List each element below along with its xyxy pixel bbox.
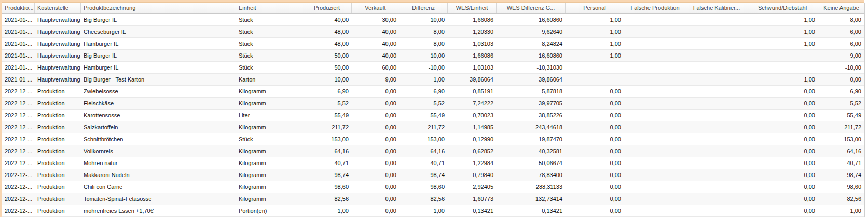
cell-produziert[interactable]: 82,56	[302, 193, 352, 205]
cell-verkauft[interactable]: 40,00	[352, 50, 399, 61]
cell-falsche_produktion[interactable]	[624, 38, 686, 49]
cell-kostenstelle[interactable]: Produktion	[35, 145, 81, 157]
column-header-falsche_kalibrierung[interactable]: Falsche Kalibrier...	[686, 3, 747, 13]
cell-schwund_diebstahl[interactable]	[747, 62, 818, 73]
cell-wes_differenz[interactable]: 243,44618	[497, 121, 566, 133]
cell-produktionsdatum[interactable]: 2022-12-...	[2, 205, 35, 216]
cell-differenz[interactable]: 5,52	[399, 98, 448, 109]
cell-schwund_diebstahl[interactable]: 0,00	[747, 145, 818, 157]
cell-keine_angabe[interactable]: 1,00	[818, 205, 864, 216]
cell-verkauft[interactable]: 0,00	[352, 193, 399, 205]
cell-produziert[interactable]: 153,00	[302, 133, 352, 145]
cell-wes_einheit[interactable]: 1,03103	[448, 62, 497, 73]
cell-produktbezeichnung[interactable]: Big Burger IL	[81, 14, 236, 25]
cell-produktbezeichnung[interactable]: Cheeseburger IL	[81, 26, 236, 37]
cell-personal[interactable]: 1,00	[566, 26, 624, 37]
cell-wes_differenz[interactable]: 40,32581	[497, 145, 566, 157]
column-header-falsche_produktion[interactable]: Falsche Produktion	[624, 3, 686, 13]
cell-verkauft[interactable]: 0,00	[352, 145, 399, 157]
table-row[interactable]: 2021-01-...HauptverwaltungBig Burger - T…	[2, 74, 864, 86]
cell-kostenstelle[interactable]: Produktion	[35, 121, 81, 133]
cell-falsche_kalibrierung[interactable]	[686, 205, 747, 216]
table-row[interactable]: 2021-01-...HauptverwaltungHamburger ILSt…	[2, 62, 864, 74]
cell-einheit[interactable]: Kilogramm	[236, 145, 302, 157]
cell-differenz[interactable]: 1,00	[399, 205, 448, 216]
cell-falsche_produktion[interactable]	[624, 98, 686, 109]
cell-produktionsdatum[interactable]: 2021-01-...	[2, 38, 35, 49]
cell-falsche_kalibrierung[interactable]	[686, 14, 747, 25]
cell-falsche_kalibrierung[interactable]	[686, 26, 747, 37]
cell-verkauft[interactable]: 30,00	[352, 14, 399, 25]
cell-wes_einheit[interactable]: 1,66086	[448, 14, 497, 25]
cell-schwund_diebstahl[interactable]: 0,00	[747, 110, 818, 121]
cell-verkauft[interactable]: 0,00	[352, 169, 399, 181]
cell-personal[interactable]: 1,00	[566, 38, 624, 49]
table-row[interactable]: 2022-12-...ProduktionMöhren naturKilogra…	[2, 157, 864, 169]
cell-keine_angabe[interactable]: 98,74	[818, 169, 864, 181]
cell-falsche_produktion[interactable]	[624, 86, 686, 97]
cell-wes_differenz[interactable]: 19,87470	[497, 133, 566, 145]
cell-wes_einheit[interactable]: 1,66086	[448, 50, 497, 61]
cell-differenz[interactable]: 98,60	[399, 181, 448, 193]
cell-produktbezeichnung[interactable]: Hamburger IL	[81, 62, 236, 73]
cell-wes_differenz[interactable]: -10,31030	[497, 62, 566, 73]
cell-kostenstelle[interactable]: Produktion	[35, 169, 81, 181]
cell-schwund_diebstahl[interactable]: 1,00	[747, 38, 818, 49]
cell-differenz[interactable]: 153,00	[399, 133, 448, 145]
table-row[interactable]: 2022-12-...ProduktionVollkornreisKilogra…	[2, 145, 864, 157]
cell-wes_einheit[interactable]: 0,85191	[448, 86, 497, 97]
table-row[interactable]: 2022-12-...ProduktionKarottensosseLiter5…	[2, 110, 864, 121]
cell-keine_angabe[interactable]: 8,00	[818, 14, 864, 25]
cell-keine_angabe[interactable]: 40,71	[818, 157, 864, 169]
cell-falsche_kalibrierung[interactable]	[686, 86, 747, 97]
cell-schwund_diebstahl[interactable]: 0,00	[747, 86, 818, 97]
cell-verkauft[interactable]: 0,00	[352, 86, 399, 97]
cell-produktbezeichnung[interactable]: Chili con Carne	[81, 181, 236, 193]
cell-produziert[interactable]: 10,00	[302, 74, 352, 85]
cell-produziert[interactable]: 64,16	[302, 145, 352, 157]
column-header-schwund_diebstahl[interactable]: Schwund/Diebstahl	[747, 3, 818, 13]
cell-personal[interactable]: 0,00	[566, 205, 624, 216]
cell-produktionsdatum[interactable]: 2021-01-...	[2, 74, 35, 85]
cell-schwund_diebstahl[interactable]	[747, 50, 818, 61]
cell-produziert[interactable]: 48,00	[302, 26, 352, 37]
column-header-produktbezeichnung[interactable]: Produktbezeichnung	[81, 3, 236, 13]
cell-kostenstelle[interactable]: Produktion	[35, 181, 81, 193]
table-row[interactable]: 2022-12-...ProduktionTomaten-Spinat-Feta…	[2, 193, 864, 205]
cell-produktbezeichnung[interactable]: Salzkartoffeln	[81, 121, 236, 133]
cell-falsche_kalibrierung[interactable]	[686, 98, 747, 109]
cell-kostenstelle[interactable]: Produktion	[35, 133, 81, 145]
cell-falsche_kalibrierung[interactable]	[686, 110, 747, 121]
cell-schwund_diebstahl[interactable]: 1,00	[747, 14, 818, 25]
cell-keine_angabe[interactable]: 9,00	[818, 50, 864, 61]
cell-kostenstelle[interactable]: Hauptverwaltung	[35, 14, 81, 25]
cell-schwund_diebstahl[interactable]: 0,00	[747, 133, 818, 145]
cell-produktbezeichnung[interactable]: Möhren natur	[81, 157, 236, 169]
cell-personal[interactable]: 0,00	[566, 110, 624, 121]
cell-keine_angabe[interactable]: 6,00	[818, 38, 864, 49]
cell-verkauft[interactable]: 0,00	[352, 121, 399, 133]
cell-kostenstelle[interactable]: Produktion	[35, 110, 81, 121]
cell-wes_einheit[interactable]: 1,22984	[448, 157, 497, 169]
column-header-wes_einheit[interactable]: WES/Einheit	[448, 3, 497, 13]
cell-wes_differenz[interactable]: 132,73414	[497, 193, 566, 205]
cell-wes_differenz[interactable]: 38,85226	[497, 110, 566, 121]
cell-einheit[interactable]: Kilogramm	[236, 193, 302, 205]
cell-keine_angabe[interactable]: 0,00	[818, 74, 864, 85]
cell-kostenstelle[interactable]: Hauptverwaltung	[35, 38, 81, 49]
cell-falsche_produktion[interactable]	[624, 181, 686, 193]
cell-kostenstelle[interactable]: Hauptverwaltung	[35, 74, 81, 85]
cell-produktionsdatum[interactable]: 2021-01-...	[2, 50, 35, 61]
cell-einheit[interactable]: Kilogramm	[236, 98, 302, 109]
cell-produziert[interactable]: 40,00	[302, 14, 352, 25]
cell-personal[interactable]: 1,00	[566, 14, 624, 25]
cell-schwund_diebstahl[interactable]: 1,00	[747, 74, 818, 85]
cell-differenz[interactable]: 6,90	[399, 86, 448, 97]
cell-personal[interactable]: 0,00	[566, 145, 624, 157]
cell-falsche_produktion[interactable]	[624, 121, 686, 133]
cell-kostenstelle[interactable]: Produktion	[35, 157, 81, 169]
cell-wes_differenz[interactable]: 16,60860	[497, 14, 566, 25]
cell-produktbezeichnung[interactable]: Zwiebelsosse	[81, 86, 236, 97]
cell-wes_einheit[interactable]: 2,92405	[448, 181, 497, 193]
column-header-kostenstelle[interactable]: Kostenstelle	[35, 3, 81, 13]
